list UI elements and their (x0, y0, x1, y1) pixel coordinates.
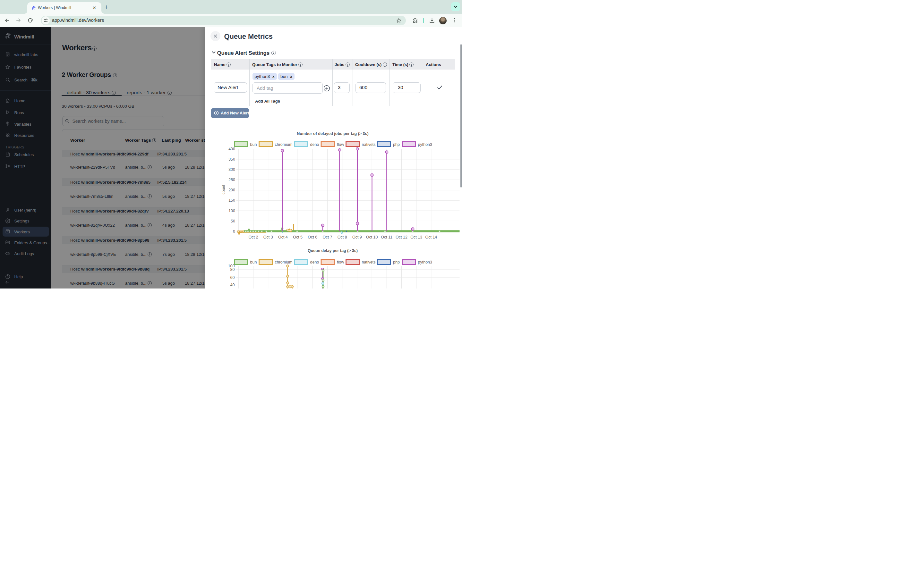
svg-text:Oct 5: Oct 5 (293, 235, 302, 239)
svg-text:50: 50 (231, 219, 235, 223)
svg-text:400: 400 (228, 147, 235, 151)
svg-text:Queue delay per tag (> 3s): Queue delay per tag (> 3s) (308, 248, 358, 253)
svg-text:Number of delayed jobs per tag: Number of delayed jobs per tag (> 3s) (297, 131, 368, 136)
svg-text:0: 0 (233, 229, 235, 234)
svg-text:Oct 10: Oct 10 (366, 235, 378, 239)
svg-text:60: 60 (230, 276, 234, 280)
svg-text:350: 350 (228, 157, 235, 161)
svg-text:100: 100 (228, 209, 235, 213)
svg-text:200: 200 (228, 188, 235, 192)
svg-text:250: 250 (228, 177, 235, 182)
svg-text:Oct 2: Oct 2 (248, 235, 258, 239)
svg-text:Oct 7: Oct 7 (322, 235, 332, 239)
svg-text:python3: python3 (418, 142, 432, 147)
svg-text:Oct 14: Oct 14 (425, 235, 437, 239)
svg-text:chromium: chromium (275, 260, 292, 264)
svg-text:Oct 12: Oct 12 (396, 235, 407, 239)
svg-text:deno: deno (310, 260, 319, 264)
svg-text:flow: flow (337, 260, 344, 264)
svg-text:bun: bun (250, 142, 257, 147)
svg-text:150: 150 (228, 198, 235, 203)
svg-text:php: php (393, 260, 400, 264)
svg-text:Oct 6: Oct 6 (308, 235, 317, 239)
svg-text:Oct 9: Oct 9 (352, 235, 362, 239)
svg-text:chromium: chromium (275, 142, 292, 147)
svg-text:Oct 8: Oct 8 (337, 235, 347, 239)
svg-text:php: php (393, 142, 400, 147)
svg-text:flow: flow (337, 142, 344, 147)
svg-text:Oct 13: Oct 13 (410, 235, 422, 239)
svg-text:python3: python3 (418, 260, 432, 264)
svg-text:nativets: nativets (362, 142, 375, 147)
svg-text:nativets: nativets (362, 260, 375, 264)
svg-text:Oct 11: Oct 11 (381, 235, 393, 239)
svg-text:count: count (221, 185, 226, 195)
svg-text:80: 80 (230, 268, 234, 272)
svg-text:40: 40 (230, 283, 234, 287)
svg-text:300: 300 (228, 167, 235, 172)
svg-text:deno: deno (310, 142, 319, 147)
svg-text:Oct 4: Oct 4 (278, 235, 288, 239)
svg-text:Oct 3: Oct 3 (263, 235, 273, 239)
svg-text:bun: bun (250, 260, 257, 264)
